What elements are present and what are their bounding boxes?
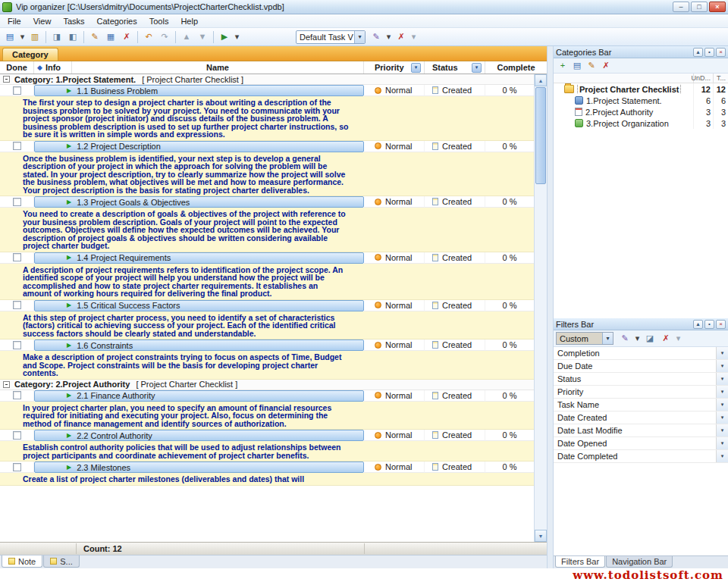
scrollbar-thumb[interactable]: [535, 87, 546, 184]
filter-row-task-name[interactable]: Task Name ▾: [554, 399, 728, 411]
task-name-bar[interactable]: ▶ 2.2 Control Authority: [34, 430, 364, 441]
task-row[interactable]: ▶ 1.1 Business Problem Normal Created 0 …: [0, 85, 534, 96]
move-up-icon[interactable]: ▲: [179, 30, 194, 44]
status-cell[interactable]: Created: [425, 85, 485, 96]
collapse-group-icon[interactable]: [3, 381, 10, 388]
move-down-icon[interactable]: ▼: [195, 30, 210, 44]
task-template-dropdown-icon[interactable]: ▾: [384, 30, 393, 44]
tab-navigation-bar[interactable]: Navigation Bar: [606, 556, 673, 568]
task-name-bar[interactable]: ▶ 2.3 Milestones: [34, 462, 364, 473]
filter-row-date-opened[interactable]: Date Opened ▾: [554, 437, 728, 450]
menu-view[interactable]: View: [27, 16, 58, 27]
priority-cell[interactable]: Normal: [364, 300, 425, 311]
task-checkbox[interactable]: [13, 142, 21, 150]
close-icon[interactable]: ×: [716, 320, 726, 329]
task-name-bar[interactable]: ▶ 1.6 Constraints: [34, 340, 364, 351]
print-preview-icon[interactable]: ◧: [65, 30, 80, 44]
filter-dropdown-icon[interactable]: ▾: [716, 373, 728, 385]
task-name-bar[interactable]: ▶ 2.1 Finance Authority: [34, 390, 364, 402]
filters-bar-header[interactable]: Filters Bar ▴•×: [554, 318, 728, 330]
status-cell[interactable]: Created: [425, 390, 485, 402]
task-checkbox[interactable]: [13, 253, 21, 261]
column-status[interactable]: Status▾: [425, 61, 485, 74]
filter-row-date-completed[interactable]: Date Completed ▾: [554, 450, 728, 463]
filter-row-date-created[interactable]: Date Created ▾: [554, 411, 728, 424]
task-row[interactable]: ▶ 1.5 Critical Success Factors Normal Cr…: [0, 300, 534, 311]
status-cell[interactable]: Created: [425, 252, 485, 264]
task-checkbox[interactable]: [13, 301, 21, 309]
task-name-bar[interactable]: ▶ 1.4 Project Requirements: [34, 252, 364, 264]
filter-dropdown-icon[interactable]: ▾: [716, 424, 728, 436]
edit-task-icon[interactable]: ✎: [87, 30, 102, 44]
filter-row-status[interactable]: Status ▾: [554, 373, 728, 386]
column-info[interactable]: ◆Info: [34, 61, 72, 74]
maximize-icon[interactable]: □: [691, 2, 708, 12]
tree-item[interactable]: 2.Project Authority 3 3: [554, 106, 728, 117]
filter-preset-combo[interactable]: Custom ▾: [556, 332, 613, 345]
task-checkbox[interactable]: [13, 86, 21, 95]
priority-cell[interactable]: Normal: [364, 390, 425, 402]
tree-item[interactable]: 3.Project Organization 3 3: [554, 117, 728, 129]
edit-filter-dropdown-icon[interactable]: ▾: [633, 331, 642, 346]
task-name-bar[interactable]: ▶ 1.2 Project Description: [34, 141, 364, 152]
vertical-scrollbar[interactable]: ▲ ▼: [534, 74, 547, 542]
add-category-icon[interactable]: +: [556, 59, 570, 72]
priority-cell[interactable]: Normal: [364, 340, 425, 351]
combo-dropdown-icon[interactable]: ▾: [354, 31, 365, 43]
column-complete[interactable]: Complete: [485, 61, 547, 74]
close-icon[interactable]: ×: [716, 48, 726, 57]
complete-task-icon[interactable]: ▶: [217, 30, 232, 44]
status-cell[interactable]: Created: [425, 141, 485, 152]
task-row[interactable]: ▶ 2.1 Finance Authority Normal Created 0…: [0, 390, 534, 402]
filters-more-dropdown-icon[interactable]: ▾: [674, 331, 682, 346]
status-cell[interactable]: Created: [425, 340, 485, 351]
edit-category-icon[interactable]: ✎: [585, 59, 598, 72]
delete-task-icon[interactable]: ✗: [119, 30, 134, 44]
filter-dropdown-icon[interactable]: ▾: [716, 347, 728, 359]
edit-filter-icon[interactable]: ✎: [617, 331, 632, 346]
new-task-icon[interactable]: ▤: [2, 30, 17, 44]
tab-note[interactable]: Note: [2, 555, 42, 568]
column-done[interactable]: Done: [0, 61, 34, 74]
task-row[interactable]: ▶ 1.4 Project Requirements Normal Create…: [0, 252, 534, 264]
undo-icon[interactable]: ↶: [141, 30, 156, 44]
add-subcategory-icon[interactable]: ▤: [570, 59, 584, 72]
filter-preset-dropdown-icon[interactable]: ▾: [602, 333, 613, 344]
minimize-icon[interactable]: –: [673, 2, 689, 12]
priority-cell[interactable]: Normal: [364, 430, 425, 441]
redo-icon[interactable]: ↷: [157, 30, 172, 44]
menu-categories[interactable]: Categories: [91, 16, 143, 27]
filter-dropdown-icon[interactable]: ▾: [716, 386, 728, 398]
new-task-dropdown-icon[interactable]: ▾: [18, 30, 27, 44]
clear-filter-icon[interactable]: ◪: [642, 331, 657, 346]
tab-s[interactable]: S...: [43, 555, 80, 568]
task-row[interactable]: ▶ 1.2 Project Description Normal Created…: [0, 141, 534, 152]
delete-category-icon[interactable]: ✗: [599, 59, 613, 72]
priority-filter-dropdown-icon[interactable]: ▾: [411, 63, 421, 73]
priority-cell[interactable]: Normal: [364, 85, 425, 96]
column-undone[interactable]: UnD...: [693, 74, 713, 83]
task-row[interactable]: ▶ 2.3 Milestones Normal Created 0 %: [0, 462, 534, 473]
task-checkbox[interactable]: [13, 463, 21, 471]
pin-icon[interactable]: •: [704, 48, 714, 57]
filter-dropdown-icon[interactable]: ▾: [716, 450, 728, 462]
filter-dropdown-icon[interactable]: ▾: [716, 437, 728, 449]
pin-icon[interactable]: •: [704, 320, 714, 329]
status-cell[interactable]: Created: [425, 462, 485, 473]
task-template-icon[interactable]: ✎: [369, 30, 384, 44]
task-row[interactable]: ▶ 1.6 Constraints Normal Created 0 %: [0, 340, 534, 351]
tab-filters-bar[interactable]: Filters Bar: [555, 556, 605, 568]
filter-dropdown-icon[interactable]: ▾: [716, 360, 728, 372]
categories-bar-header[interactable]: Categories Bar ▴•×: [554, 46, 728, 58]
task-row[interactable]: ▶ 1.3 Project Goals & Objectives Normal …: [0, 196, 534, 208]
priority-cell[interactable]: Normal: [364, 252, 425, 264]
collapse-icon[interactable]: ▴: [693, 320, 703, 329]
task-checkbox[interactable]: [13, 431, 21, 440]
collapse-icon[interactable]: ▴: [693, 48, 703, 57]
category-group-row[interactable]: Category: 2.Project Authority [ Project …: [0, 380, 534, 390]
priority-cell[interactable]: Normal: [364, 196, 425, 208]
task-name-bar[interactable]: ▶ 1.1 Business Problem: [34, 85, 364, 96]
category-group-row[interactable]: Category: 1.Project Statement. [ Project…: [0, 74, 534, 85]
menu-help[interactable]: Help: [174, 16, 204, 27]
scroll-up-button[interactable]: ▲: [535, 74, 547, 86]
